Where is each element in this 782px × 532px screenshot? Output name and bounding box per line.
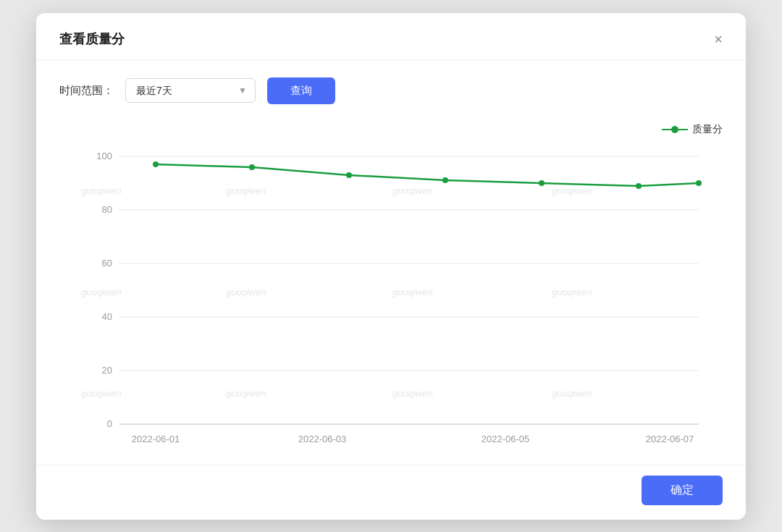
close-button[interactable]: × (714, 32, 723, 46)
svg-text:80: 80 (102, 204, 112, 215)
time-range-select-wrapper: 最近7天 最近30天 最近90天 ▼ (125, 78, 256, 103)
legend-quality-score: 质量分 (662, 123, 723, 136)
data-point-3 (442, 177, 448, 183)
svg-text:2022-06-05: 2022-06-05 (482, 434, 530, 444)
svg-text:2022-06-01: 2022-06-01 (132, 434, 180, 444)
data-point-5 (636, 183, 642, 189)
data-point-2 (346, 172, 352, 178)
svg-text:0: 0 (107, 418, 112, 429)
svg-text:60: 60 (102, 258, 112, 269)
time-range-select[interactable]: 最近7天 最近30天 最近90天 (125, 78, 256, 103)
query-button[interactable]: 查询 (267, 77, 335, 104)
data-point-1 (249, 164, 255, 170)
confirm-button[interactable]: 确定 (642, 476, 723, 505)
modal-body: 时间范围： 最近7天 最近30天 最近90天 ▼ 查询 (36, 60, 746, 465)
filter-row: 时间范围： 最近7天 最近30天 最近90天 ▼ 查询 (59, 77, 723, 104)
svg-point-1 (671, 126, 678, 133)
data-point-6 (696, 180, 702, 186)
modal-dialog: 查看质量分 × 时间范围： 最近7天 最近30天 最近90天 ▼ 查询 (36, 13, 746, 520)
svg-text:20: 20 (102, 365, 112, 376)
svg-text:2022-06-07: 2022-06-07 (646, 434, 694, 444)
legend-line-icon (662, 124, 688, 135)
chart-area: 质量分 guoqiwen guoqiwen guoqiwen guoqiwen … (59, 123, 723, 453)
modal-footer: 确定 (36, 465, 746, 520)
data-point-4 (539, 180, 545, 186)
chart-svg-wrapper: guoqiwen guoqiwen guoqiwen guoqiwen guoq… (59, 142, 723, 453)
modal-title: 查看质量分 (59, 30, 125, 48)
svg-text:40: 40 (102, 311, 112, 322)
modal-header: 查看质量分 × (36, 13, 746, 60)
chart-legend: 质量分 (59, 123, 723, 136)
svg-text:100: 100 (96, 151, 112, 161)
data-point-0 (153, 161, 159, 167)
legend-quality-label: 质量分 (692, 123, 723, 136)
quality-chart-svg: 0 20 40 60 80 100 2022-06-01 2022-06-03 … (59, 142, 723, 453)
svg-text:2022-06-03: 2022-06-03 (298, 434, 347, 444)
filter-label: 时间范围： (59, 84, 114, 98)
modal-overlay: 查看质量分 × 时间范围： 最近7天 最近30天 最近90天 ▼ 查询 (0, 0, 782, 532)
